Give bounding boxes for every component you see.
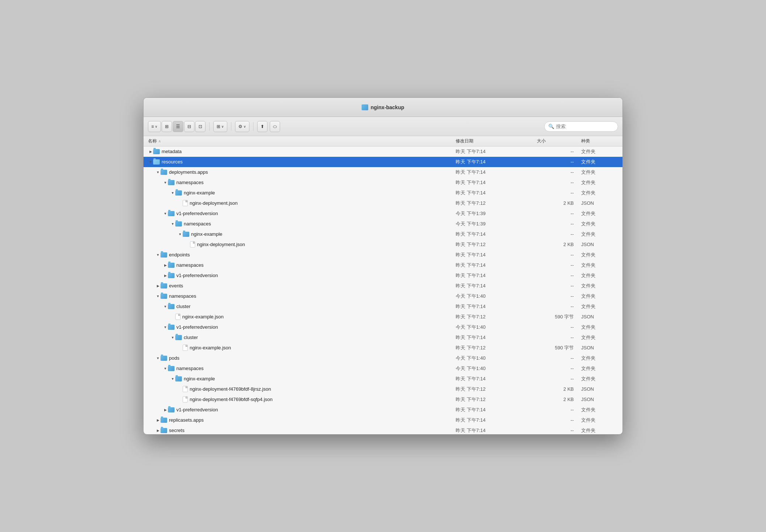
file-size: --	[537, 231, 581, 237]
file-row[interactable]: nginx-deployment.json昨天 下午7:122 KBJSON	[144, 198, 622, 208]
action-btn[interactable]: ⚙ ∨	[235, 121, 249, 132]
disclosure-triangle[interactable]	[163, 211, 168, 216]
disclosure-triangle[interactable]	[148, 149, 153, 154]
disclosure-triangle[interactable]	[177, 232, 183, 237]
file-row[interactable]: v1-preferredversion昨天 下午7:14--文件夹	[144, 405, 622, 415]
file-row[interactable]: replicasets.apps昨天 下午7:14--文件夹	[144, 415, 622, 425]
file-row[interactable]: v1-preferredversion今天 下午1:40--文件夹	[144, 322, 622, 332]
file-kind: 文件夹	[581, 417, 618, 424]
file-name-text: cluster	[184, 335, 198, 340]
file-row[interactable]: nginx-example.json昨天 下午7:12590 字节JSON	[144, 343, 622, 353]
disclosure-triangle[interactable]	[163, 366, 168, 371]
col-header-size[interactable]: 大小	[537, 138, 581, 144]
disclosure-triangle[interactable]	[170, 335, 175, 340]
file-size: --	[537, 335, 581, 340]
disclosure-triangle[interactable]	[163, 325, 168, 330]
file-row[interactable]: v1-preferredversion昨天 下午7:14--文件夹	[144, 270, 622, 281]
file-row[interactable]: deployments.apps昨天 下午7:14--文件夹	[144, 167, 622, 177]
file-row[interactable]: nginx-example.json昨天 下午7:12590 字节JSON	[144, 312, 622, 322]
view-group-btn[interactable]: ⊞ ∨	[213, 121, 227, 132]
disclosure-triangle[interactable]	[155, 252, 161, 258]
folder-title-icon	[362, 104, 368, 110]
disclosure-triangle[interactable]	[163, 273, 168, 278]
toolbar-separator-1	[209, 122, 210, 131]
col-header-kind[interactable]: 种类	[581, 138, 618, 144]
disclosure-triangle[interactable]	[155, 294, 161, 299]
file-name-text: nginx-deployment.json	[190, 200, 238, 206]
view-detail-btn[interactable]: ☰	[173, 121, 183, 132]
file-row[interactable]: nginx-example昨天 下午7:14--文件夹	[144, 188, 622, 198]
file-kind: 文件夹	[581, 169, 618, 176]
col-header-modified[interactable]: 修改日期	[456, 138, 537, 144]
share-btn[interactable]: ⬆	[257, 121, 268, 132]
tag-btn[interactable]: ⬭	[270, 121, 280, 132]
file-kind: 文件夹	[581, 262, 618, 269]
disclosure-triangle[interactable]	[163, 407, 168, 412]
disclosure-triangle[interactable]	[155, 170, 161, 175]
file-row[interactable]: metadata昨天 下午7:14--文件夹	[144, 146, 622, 157]
view-column-btn[interactable]: ⊟	[184, 121, 194, 132]
disclosure-triangle[interactable]	[155, 283, 161, 289]
modified-date: 昨天 下午7:14	[456, 417, 537, 424]
file-name-text: nginx-example	[184, 376, 215, 381]
file-row[interactable]: cluster昨天 下午7:14--文件夹	[144, 332, 622, 343]
disclosure-triangle[interactable]	[155, 356, 161, 361]
disclosure-triangle[interactable]	[170, 190, 175, 196]
chevron-down-icon-3: ∨	[244, 125, 246, 128]
file-row[interactable]: namespaces今天 下午1:40--文件夹	[144, 363, 622, 374]
file-kind: JSON	[581, 345, 618, 350]
search-input[interactable]	[556, 124, 614, 129]
file-row[interactable]: namespaces昨天 下午7:14--文件夹	[144, 177, 622, 188]
col-header-name[interactable]: 名称 ∧	[148, 138, 456, 144]
file-row[interactable]: nginx-deployment.json昨天 下午7:122 KBJSON	[144, 239, 622, 250]
file-size: 590 字节	[537, 314, 581, 320]
file-row[interactable]: namespaces昨天 下午7:14--文件夹	[144, 260, 622, 270]
file-name-text: v1-preferredversion	[176, 407, 218, 412]
disclosure-triangle[interactable]	[163, 263, 168, 268]
disclosure-triangle[interactable]	[148, 159, 153, 165]
file-row[interactable]: nginx-deployment-f4769bfdf-sqfp4.json昨天 …	[144, 394, 622, 405]
file-name-text: nginx-deployment-f4769bfdf-8jrsz.json	[190, 386, 271, 392]
modified-date: 昨天 下午7:14	[456, 283, 537, 289]
file-row[interactable]: endpoints昨天 下午7:14--文件夹	[144, 250, 622, 260]
modified-date: 昨天 下午7:14	[456, 190, 537, 196]
disclosure-triangle[interactable]	[155, 418, 161, 423]
file-kind: 文件夹	[581, 190, 618, 196]
file-name-text: secrets	[169, 428, 184, 433]
modified-date: 今天 下午1:40	[456, 293, 537, 300]
folder-icon	[175, 221, 182, 227]
modified-date: 昨天 下午7:12	[456, 314, 537, 320]
file-size: --	[537, 407, 581, 412]
view-list-btn[interactable]: ≡ ∨	[148, 121, 161, 132]
modified-date: 昨天 下午7:14	[456, 303, 537, 310]
file-row[interactable]: cluster昨天 下午7:14--文件夹	[144, 301, 622, 312]
disclosure-triangle[interactable]	[155, 428, 161, 433]
search-box[interactable]: 🔍	[544, 121, 618, 132]
disclosure-triangle[interactable]	[170, 376, 175, 381]
folder-icon	[168, 263, 175, 268]
file-row[interactable]: resources昨天 下午7:14--文件夹	[144, 157, 622, 167]
file-size: --	[537, 149, 581, 154]
file-row[interactable]: nginx-deployment-f4769bfdf-8jrsz.json昨天 …	[144, 384, 622, 394]
file-name-text: replicasets.apps	[169, 417, 204, 423]
view-icon-btn[interactable]: ⊞	[162, 121, 172, 132]
view-gallery-btn[interactable]: ⊡	[195, 121, 206, 132]
folder-icon	[168, 180, 175, 185]
file-row[interactable]: secrets昨天 下午7:14--文件夹	[144, 425, 622, 434]
disclosure-triangle[interactable]	[163, 180, 168, 185]
file-row[interactable]: v1-preferredversion今天 下午1:39--文件夹	[144, 208, 622, 219]
file-row[interactable]: nginx-example昨天 下午7:14--文件夹	[144, 374, 622, 384]
file-size: --	[537, 376, 581, 381]
file-kind: JSON	[581, 397, 618, 402]
disclosure-triangle[interactable]	[170, 221, 175, 227]
modified-date: 今天 下午1:39	[456, 210, 537, 217]
file-row[interactable]: namespaces今天 下午1:39--文件夹	[144, 219, 622, 229]
file-size: 2 KB	[537, 386, 581, 392]
file-row[interactable]: nginx-example昨天 下午7:14--文件夹	[144, 229, 622, 239]
file-row[interactable]: namespaces今天 下午1:40--文件夹	[144, 291, 622, 301]
file-row[interactable]: events昨天 下午7:14--文件夹	[144, 281, 622, 291]
file-row[interactable]: pods今天 下午1:40--文件夹	[144, 353, 622, 363]
disclosure-triangle[interactable]	[163, 304, 168, 309]
file-size: --	[537, 180, 581, 185]
gear-icon: ⚙	[238, 124, 242, 129]
